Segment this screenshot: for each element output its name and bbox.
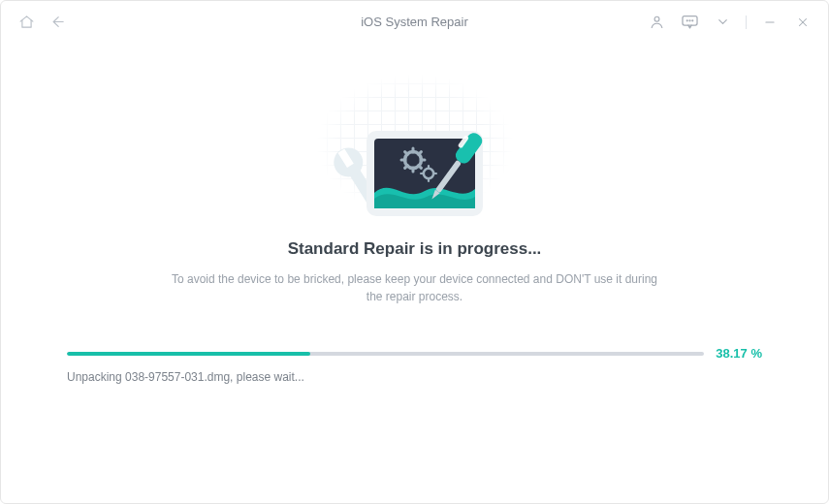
- titlebar: iOS System Repair: [1, 1, 828, 44]
- illustration-grid: [299, 67, 531, 222]
- minimize-icon: [763, 16, 777, 29]
- back-button[interactable]: [46, 11, 69, 34]
- close-button[interactable]: [791, 11, 814, 34]
- svg-point-2: [686, 20, 687, 21]
- progress-bar-fill: [67, 352, 310, 356]
- progress-heading: Standard Repair is in progress...: [288, 239, 542, 259]
- progress-status-text: Unpacking 038-97557-031.dmg, please wait…: [67, 370, 762, 384]
- feedback-button[interactable]: [678, 11, 701, 34]
- main-content: Standard Repair is in progress... To avo…: [1, 44, 828, 503]
- progress-bar: [67, 352, 704, 356]
- progress-percent: 38.17 %: [716, 346, 762, 361]
- progress-subtext: To avoid the device to be bricked, pleas…: [163, 270, 667, 305]
- arrow-left-icon: [49, 14, 66, 30]
- titlebar-right: [645, 11, 814, 34]
- chat-icon: [681, 14, 699, 30]
- progress-section: 38.17 %: [67, 346, 762, 361]
- close-icon: [796, 16, 810, 29]
- svg-point-0: [654, 16, 659, 21]
- home-icon: [18, 14, 35, 30]
- svg-point-4: [691, 20, 692, 21]
- chevron-down-icon: [716, 15, 730, 29]
- user-icon: [649, 14, 665, 30]
- titlebar-left: [15, 11, 69, 34]
- home-button[interactable]: [15, 11, 38, 34]
- svg-point-3: [689, 20, 690, 21]
- divider: [746, 16, 747, 29]
- app-window: iOS System Repair: [0, 0, 829, 504]
- account-button[interactable]: [645, 11, 668, 34]
- menu-button[interactable]: [711, 11, 734, 34]
- minimize-button[interactable]: [758, 11, 781, 34]
